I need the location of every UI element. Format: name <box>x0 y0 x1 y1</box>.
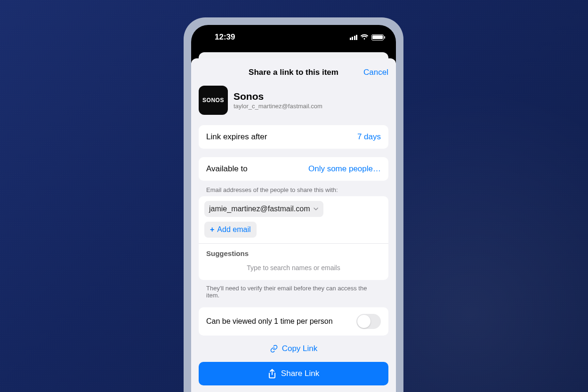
phone-frame: 12:39 Share a link to this item Cancel S… <box>184 17 403 392</box>
cancel-button[interactable]: Cancel <box>363 68 388 77</box>
wifi-icon <box>360 34 369 40</box>
suggestions-heading: Suggestions <box>204 244 383 259</box>
chevron-down-icon <box>313 206 319 212</box>
sheet-title: Share a link to this item <box>249 68 338 77</box>
add-email-button[interactable]: + Add email <box>204 222 257 238</box>
item-subtitle: taylor_c_martinez@fastmail.com <box>234 103 322 110</box>
expiry-label: Link expires after <box>206 132 267 142</box>
suggestions-placeholder: Type to search names or emails <box>204 259 383 274</box>
recipient-email: jamie_martinez@fastmail.com <box>209 205 310 213</box>
share-sheet: Share a link to this item Cancel SONOS S… <box>191 58 396 392</box>
share-icon <box>268 369 276 378</box>
availability-value: Only some people… <box>308 164 381 174</box>
battery-icon <box>371 34 384 40</box>
expiry-value: 7 days <box>357 132 381 142</box>
emails-footnote: They'll need to verify their email befor… <box>191 280 396 299</box>
sheet-header: Share a link to this item Cancel <box>191 62 396 83</box>
status-bar: 12:39 <box>191 25 396 49</box>
copy-link-button[interactable]: Copy Link <box>191 336 396 359</box>
expiry-row[interactable]: Link expires after 7 days <box>199 125 388 149</box>
cellular-icon <box>350 34 358 40</box>
item-app-icon: SONOS <box>199 86 228 115</box>
status-time: 12:39 <box>215 32 235 42</box>
emails-card: jamie_martinez@fastmail.com + Add email … <box>199 196 388 280</box>
recipient-chip[interactable]: jamie_martinez@fastmail.com <box>204 201 323 217</box>
availability-label: Available to <box>206 164 248 174</box>
share-link-button[interactable]: Share Link <box>199 362 388 385</box>
phone-screen: 12:39 Share a link to this item Cancel S… <box>191 25 396 392</box>
add-email-label: Add email <box>217 225 250 234</box>
share-link-label: Share Link <box>281 369 319 378</box>
item-header: SONOS Sonos taylor_c_martinez@fastmail.c… <box>191 83 396 121</box>
emails-caption: Email addresses of the people to share t… <box>191 181 396 196</box>
single-view-card: Can be viewed only 1 time per person <box>199 307 388 336</box>
link-icon <box>270 344 278 353</box>
status-icons <box>350 34 384 40</box>
item-name: Sonos <box>234 91 322 102</box>
plus-icon: + <box>210 225 214 234</box>
copy-link-label: Copy Link <box>282 344 318 353</box>
single-view-label: Can be viewed only 1 time per person <box>206 317 333 326</box>
availability-row[interactable]: Available to Only some people… <box>199 157 388 181</box>
single-view-toggle[interactable] <box>356 314 381 329</box>
